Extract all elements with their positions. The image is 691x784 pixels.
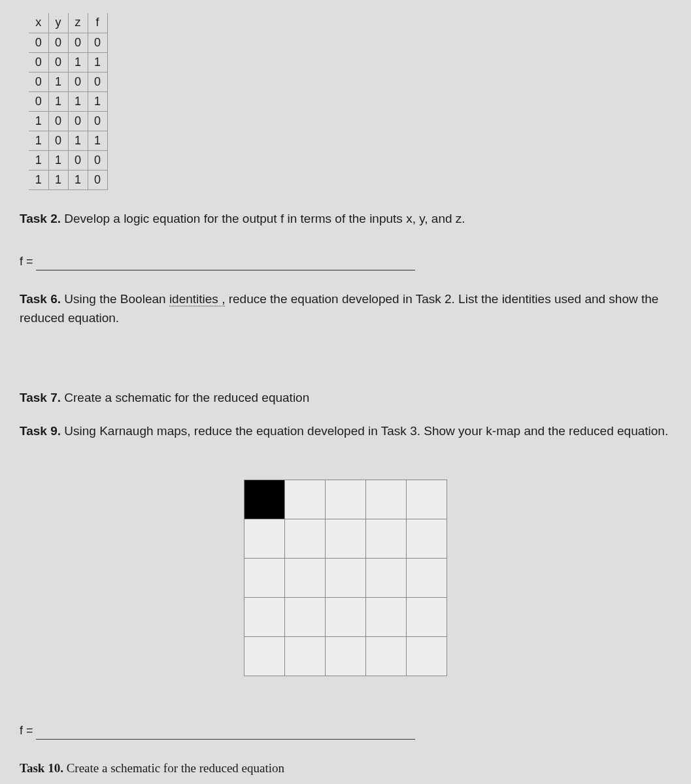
table-cell: 0 <box>68 33 88 52</box>
table-cell: 0 <box>48 33 68 52</box>
table-cell: 1 <box>68 131 88 150</box>
truth-table: x y z f 00000011010001111000101111001110 <box>29 13 108 190</box>
kmap-cell <box>407 598 447 637</box>
task7-label: Task 7. <box>20 391 61 404</box>
task2-text: Task 2. Develop a logic equation for the… <box>20 210 671 229</box>
kmap-cell <box>244 480 285 519</box>
table-cell: 0 <box>48 131 68 150</box>
task10-label: Task 10. <box>20 761 63 775</box>
kmap-cell <box>407 559 447 598</box>
kmap-grid <box>244 480 447 676</box>
task10-text: Task 10. Create a schematic for the redu… <box>20 759 671 778</box>
table-cell: 1 <box>88 91 107 111</box>
kmap-cell <box>366 519 407 559</box>
kmap-cell <box>407 637 447 676</box>
task6-text: Task 6. Using the Boolean identities , r… <box>20 290 671 327</box>
kmap-cell <box>285 559 326 598</box>
table-cell: 0 <box>68 150 88 170</box>
table-cell: 1 <box>29 111 48 131</box>
task10-body: Create a schematic for the reduced equat… <box>63 761 284 775</box>
kmap-cell <box>326 559 366 598</box>
table-cell: 1 <box>29 150 48 170</box>
table-cell: 1 <box>29 131 48 150</box>
kmap-cell <box>326 480 366 519</box>
task9-label: Task 9. <box>20 424 61 438</box>
th-f: f <box>88 13 107 33</box>
equation2-label: f = <box>20 722 36 740</box>
task6-link: identities , <box>169 292 226 306</box>
kmap-cell <box>326 637 366 676</box>
table-cell: 0 <box>88 72 107 91</box>
kmap-cell <box>366 637 407 676</box>
kmap-cell <box>366 480 407 519</box>
table-row: 1000 <box>29 111 107 131</box>
kmap-cell <box>244 637 285 676</box>
kmap-cell <box>244 559 285 598</box>
kmap-cell <box>285 598 326 637</box>
kmap-cell <box>366 598 407 637</box>
table-cell: 0 <box>88 150 107 170</box>
table-cell: 0 <box>48 52 68 72</box>
task6-part1: Using the Boolean <box>61 292 169 306</box>
table-cell: 0 <box>68 72 88 91</box>
kmap-cell <box>244 598 285 637</box>
kmap-cell <box>326 519 366 559</box>
kmap-cell <box>366 559 407 598</box>
table-cell: 0 <box>29 33 48 52</box>
table-cell: 1 <box>68 52 88 72</box>
kmap-cell <box>285 519 326 559</box>
task6-label: Task 6. <box>20 292 61 306</box>
kmap-cell <box>407 480 447 519</box>
equation2-underline <box>36 725 415 740</box>
task2-label: Task 2. <box>20 212 61 225</box>
task9-text: Task 9. Using Karnaugh maps, reduce the … <box>20 422 671 441</box>
table-cell: 1 <box>88 52 107 72</box>
table-cell: 0 <box>68 111 88 131</box>
equation-line-1: f = <box>20 253 671 270</box>
table-cell: 1 <box>29 170 48 189</box>
table-row: 0100 <box>29 72 107 91</box>
table-row: 1110 <box>29 170 107 189</box>
equation-line-2: f = <box>20 722 671 740</box>
task7-body: Create a schematic for the reduced equat… <box>61 391 309 404</box>
table-cell: 1 <box>48 170 68 189</box>
equation1-underline <box>36 255 415 270</box>
kmap-cell <box>285 637 326 676</box>
th-z: z <box>68 13 88 33</box>
th-x: x <box>29 13 48 33</box>
table-row: 1011 <box>29 131 107 150</box>
kmap-cell <box>407 519 447 559</box>
equation1-label: f = <box>20 253 36 270</box>
table-cell: 0 <box>29 72 48 91</box>
task7-text: Task 7. Create a schematic for the reduc… <box>20 389 671 408</box>
table-cell: 0 <box>88 170 107 189</box>
table-cell: 1 <box>68 91 88 111</box>
table-row: 0111 <box>29 91 107 111</box>
table-row: 0000 <box>29 33 107 52</box>
table-cell: 1 <box>48 150 68 170</box>
kmap-cell <box>285 480 326 519</box>
table-cell: 1 <box>48 72 68 91</box>
table-row: 0011 <box>29 52 107 72</box>
table-cell: 1 <box>48 91 68 111</box>
table-cell: 0 <box>29 52 48 72</box>
table-row: 1100 <box>29 150 107 170</box>
table-cell: 1 <box>88 131 107 150</box>
table-cell: 0 <box>88 111 107 131</box>
table-cell: 1 <box>68 170 88 189</box>
table-cell: 0 <box>48 111 68 131</box>
task9-body: Using Karnaugh maps, reduce the equation… <box>61 424 668 438</box>
kmap-cell <box>326 598 366 637</box>
table-cell: 0 <box>29 91 48 111</box>
kmap-cell <box>244 519 285 559</box>
task2-body: Develop a logic equation for the output … <box>61 212 465 225</box>
table-cell: 0 <box>88 33 107 52</box>
th-y: y <box>48 13 68 33</box>
